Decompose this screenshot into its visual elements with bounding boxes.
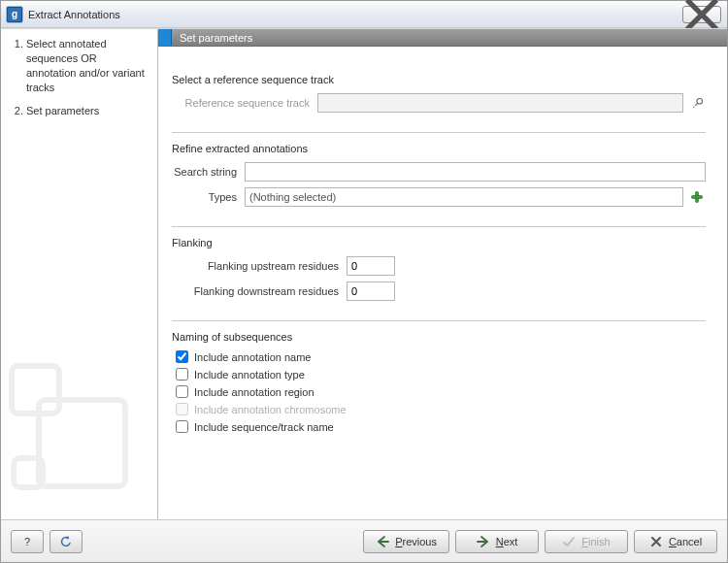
- window-title: Extract Annotations: [28, 9, 120, 20]
- titlebar: g Extract Annotations: [1, 1, 727, 28]
- svg-rect-3: [692, 196, 703, 199]
- step-header-marker: [158, 29, 172, 46]
- browse-icon: [691, 96, 705, 110]
- flanking-section-title: Flanking: [172, 237, 706, 248]
- search-string-input[interactable]: [245, 162, 706, 182]
- cancel-icon: [649, 535, 663, 548]
- svg-point-0: [696, 98, 702, 104]
- previous-button[interactable]: Previous: [363, 530, 449, 553]
- flanking-downstream-label: Flanking downstream residues: [172, 285, 347, 297]
- app-icon: g: [7, 7, 22, 22]
- next-button-label: Next: [496, 536, 518, 547]
- close-button[interactable]: [682, 6, 721, 23]
- svg-line-1: [694, 103, 697, 106]
- reference-track-section-title: Select a reference sequence track: [172, 74, 706, 85]
- include-sequence-track-name-checkbox[interactable]: [176, 420, 188, 433]
- include-annotation-chromosome-label: Include annotation chromosome: [194, 404, 347, 415]
- wizard-steps-pane: Select annotated sequences OR annotation…: [1, 29, 158, 519]
- help-button[interactable]: ?: [11, 530, 44, 553]
- add-type-button[interactable]: [689, 188, 706, 206]
- check-icon: [562, 535, 576, 548]
- reset-button[interactable]: [50, 530, 83, 553]
- include-annotation-chromosome-checkbox: [176, 403, 188, 415]
- include-annotation-type-label: Include annotation type: [194, 369, 305, 381]
- search-string-label: Search string: [172, 166, 245, 178]
- include-annotation-region-label: Include annotation region: [194, 386, 314, 398]
- decorative-squares: [7, 358, 143, 513]
- include-annotation-type-checkbox[interactable]: [176, 368, 188, 381]
- reference-track-label: Reference sequence track: [172, 97, 317, 109]
- include-annotation-type-row: Include annotation type: [176, 368, 706, 381]
- include-annotation-name-row: Include annotation name: [176, 350, 706, 363]
- types-dropdown-value: (Nothing selected): [249, 191, 336, 203]
- include-sequence-track-name-label: Include sequence/track name: [194, 421, 334, 433]
- wizard-step-2: Set parameters: [26, 104, 148, 118]
- types-label: Types: [172, 191, 245, 203]
- finish-button-label: Finish: [581, 536, 610, 547]
- previous-button-label: Previous: [395, 536, 437, 547]
- wizard-step-1: Select annotated sequences OR annotation…: [26, 37, 148, 94]
- include-annotation-region-checkbox[interactable]: [176, 385, 188, 398]
- include-sequence-track-name-row: Include sequence/track name: [176, 420, 706, 433]
- include-annotation-name-label: Include annotation name: [194, 351, 311, 363]
- flanking-downstream-input[interactable]: [347, 282, 395, 301]
- types-dropdown[interactable]: (Nothing selected): [245, 187, 683, 207]
- include-annotation-name-checkbox[interactable]: [176, 350, 188, 363]
- step-header: Set parameters: [158, 29, 727, 47]
- cancel-button-label: Cancel: [669, 536, 702, 547]
- plus-icon: [690, 190, 704, 204]
- naming-section-title: Naming of subsequences: [172, 331, 706, 343]
- refine-section-title: Refine extracted annotations: [172, 143, 706, 154]
- wizard-content-pane: Set parameters Select a reference sequen…: [158, 29, 727, 519]
- include-annotation-region-row: Include annotation region: [176, 385, 706, 398]
- naming-group: Naming of subsequences Include annotatio…: [172, 331, 706, 433]
- dialog-window: g Extract Annotations Select annotated s…: [0, 0, 728, 563]
- browse-reference-track-button[interactable]: [689, 94, 706, 112]
- arrow-right-icon: [477, 535, 490, 548]
- dialog-footer: ? Previous Next Finish Cancel: [1, 519, 727, 562]
- reference-track-group: Select a reference sequence track Refere…: [172, 74, 706, 113]
- include-annotation-chromosome-row: Include annotation chromosome: [176, 403, 706, 415]
- dialog-body: Select annotated sequences OR annotation…: [1, 28, 727, 519]
- flanking-upstream-label: Flanking upstream residues: [172, 260, 347, 272]
- next-button[interactable]: Next: [455, 530, 539, 553]
- cancel-button[interactable]: Cancel: [634, 530, 717, 553]
- flanking-upstream-input[interactable]: [347, 256, 395, 276]
- step-header-title: Set parameters: [180, 32, 252, 44]
- arrow-left-icon: [376, 535, 389, 548]
- form-area: Select a reference sequence track Refere…: [158, 47, 727, 519]
- refine-group: Refine extracted annotations Search stri…: [172, 143, 706, 207]
- help-button-label: ?: [24, 536, 30, 547]
- reference-track-input[interactable]: [317, 93, 683, 113]
- reset-icon: [59, 535, 73, 548]
- flanking-group: Flanking Flanking upstream residues Flan…: [172, 237, 706, 301]
- wizard-steps-list: Select annotated sequences OR annotation…: [11, 37, 148, 118]
- finish-button[interactable]: Finish: [545, 530, 628, 553]
